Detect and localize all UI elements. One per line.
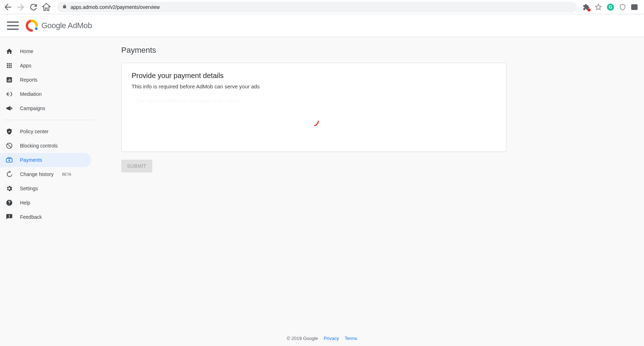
sidebar-item-policy[interactable]: Policy center bbox=[0, 124, 91, 139]
hamburger-button[interactable] bbox=[6, 19, 20, 33]
grammarly-icon[interactable]: G bbox=[607, 4, 614, 11]
payment-card: Provide your payment details This info i… bbox=[121, 63, 506, 152]
help-icon bbox=[6, 199, 13, 206]
extension-shield-icon[interactable] bbox=[619, 4, 626, 11]
history-icon bbox=[6, 171, 13, 178]
sidebar-item-label: Change history bbox=[20, 171, 53, 177]
svg-rect-3 bbox=[9, 79, 10, 82]
sidebar-item-label: Help bbox=[20, 200, 30, 206]
sidebar-item-label: Reports bbox=[20, 77, 37, 83]
apps-icon bbox=[6, 62, 13, 69]
main-content: Payments Provide your payment details Th… bbox=[100, 37, 528, 346]
shield-check-icon bbox=[6, 128, 13, 135]
sidebar-item-label: Home bbox=[20, 48, 33, 54]
browser-chrome: apps.admob.com/v2/payments/overview G bbox=[0, 0, 644, 14]
feedback-icon bbox=[6, 213, 13, 221]
bar-chart-icon bbox=[6, 76, 13, 83]
sidebar-item-home[interactable]: Home bbox=[0, 44, 91, 58]
mediation-icon bbox=[6, 91, 13, 98]
sidebar-item-feedback[interactable]: Feedback bbox=[0, 210, 91, 224]
sidebar: Home Apps Reports Mediation Campaigns bbox=[0, 37, 100, 346]
sidebar-item-label: Campaigns bbox=[20, 105, 45, 111]
extension-bag-icon[interactable] bbox=[631, 4, 638, 10]
admob-logo-icon bbox=[26, 20, 38, 32]
sidebar-divider bbox=[4, 120, 94, 120]
browser-actions: G bbox=[583, 4, 641, 11]
error-message: The requested URL was not found on this … bbox=[132, 96, 496, 106]
submit-button[interactable]: SUBMIT bbox=[121, 160, 152, 172]
extension-icon[interactable] bbox=[583, 4, 590, 11]
block-icon bbox=[6, 142, 13, 149]
home-icon bbox=[6, 48, 13, 55]
sidebar-item-label: Feedback bbox=[20, 214, 42, 220]
sidebar-item-history[interactable]: Change history BETA bbox=[0, 167, 91, 181]
sidebar-item-mediation[interactable]: Mediation bbox=[0, 87, 91, 101]
terms-link[interactable]: Terms bbox=[344, 336, 357, 341]
loading-spinner bbox=[132, 116, 496, 126]
beta-badge: BETA bbox=[62, 172, 71, 176]
sidebar-item-label: Mediation bbox=[20, 91, 42, 97]
bookmark-icon[interactable] bbox=[595, 4, 602, 11]
gear-icon bbox=[6, 185, 13, 192]
url-text: apps.admob.com/v2/payments/overview bbox=[71, 4, 160, 10]
app-header: Google AdMob bbox=[0, 14, 644, 37]
sidebar-item-campaigns[interactable]: Campaigns bbox=[0, 101, 91, 115]
sidebar-item-label: Policy center bbox=[20, 129, 48, 134]
reload-button[interactable] bbox=[29, 2, 39, 12]
sidebar-item-label: Settings bbox=[20, 186, 38, 191]
sidebar-item-blocking[interactable]: Blocking controls bbox=[0, 139, 91, 153]
sidebar-item-settings[interactable]: Settings bbox=[0, 181, 91, 196]
svg-point-7 bbox=[9, 160, 10, 161]
sidebar-item-payments[interactable]: Payments bbox=[0, 153, 91, 167]
sidebar-item-reports[interactable]: Reports bbox=[0, 73, 91, 87]
footer: © 2019 Google Privacy Terms bbox=[287, 336, 357, 341]
brand-text: Google AdMob bbox=[41, 21, 92, 30]
svg-rect-2 bbox=[8, 80, 9, 82]
sidebar-item-apps[interactable]: Apps bbox=[0, 58, 91, 73]
copyright: © 2019 Google bbox=[287, 336, 318, 341]
sidebar-item-label: Payments bbox=[20, 157, 42, 163]
sidebar-item-label: Blocking controls bbox=[20, 143, 58, 149]
svg-rect-4 bbox=[10, 79, 11, 82]
sidebar-item-help[interactable]: Help bbox=[0, 196, 91, 210]
page-title: Payments bbox=[121, 46, 506, 55]
card-subtitle: This info is required before AdMob can s… bbox=[132, 83, 496, 89]
sidebar-item-label: Apps bbox=[20, 63, 31, 68]
svg-point-0 bbox=[35, 27, 37, 30]
forward-button[interactable] bbox=[16, 2, 26, 12]
lock-icon bbox=[62, 4, 67, 10]
address-bar[interactable]: apps.admob.com/v2/payments/overview bbox=[57, 2, 577, 12]
home-button[interactable] bbox=[41, 2, 51, 12]
privacy-link[interactable]: Privacy bbox=[324, 336, 339, 341]
payment-icon bbox=[6, 156, 13, 164]
back-button[interactable] bbox=[3, 2, 13, 12]
megaphone-icon bbox=[6, 105, 13, 112]
spinner-icon bbox=[307, 114, 321, 128]
brand[interactable]: Google AdMob bbox=[26, 20, 92, 32]
card-title: Provide your payment details bbox=[132, 72, 496, 80]
